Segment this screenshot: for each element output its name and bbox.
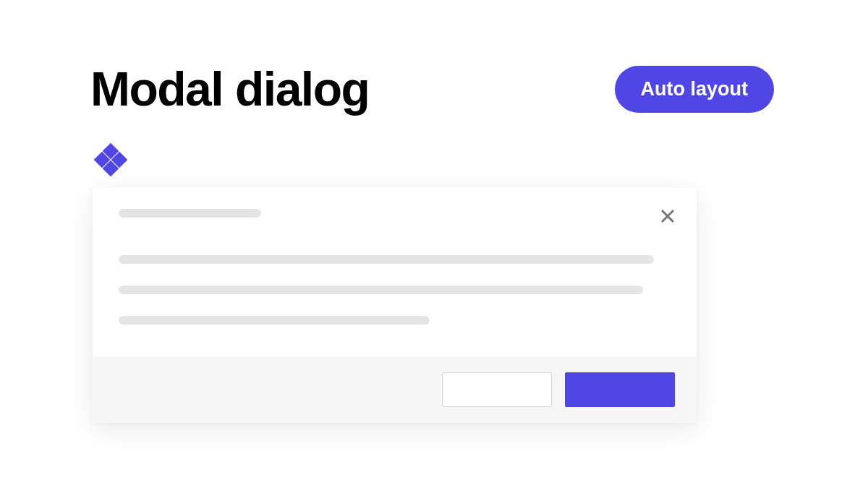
- dialog-text-placeholder: [119, 255, 654, 264]
- dialog-title-placeholder: [119, 209, 261, 218]
- page-title: Modal dialog: [90, 61, 369, 116]
- page-header: Modal dialog Auto layout: [0, 0, 868, 116]
- modal-dialog: [93, 187, 697, 423]
- secondary-button[interactable]: [442, 372, 552, 407]
- dialog-text-placeholder: [119, 286, 643, 294]
- dialog-body: [93, 187, 697, 356]
- close-icon: [660, 208, 676, 224]
- dialog-footer: [93, 356, 697, 423]
- primary-button[interactable]: [565, 372, 675, 407]
- dialog-text-placeholder: [119, 316, 430, 325]
- close-button[interactable]: [658, 206, 678, 226]
- auto-layout-badge: Auto layout: [615, 66, 775, 113]
- component-icon: [93, 142, 129, 179]
